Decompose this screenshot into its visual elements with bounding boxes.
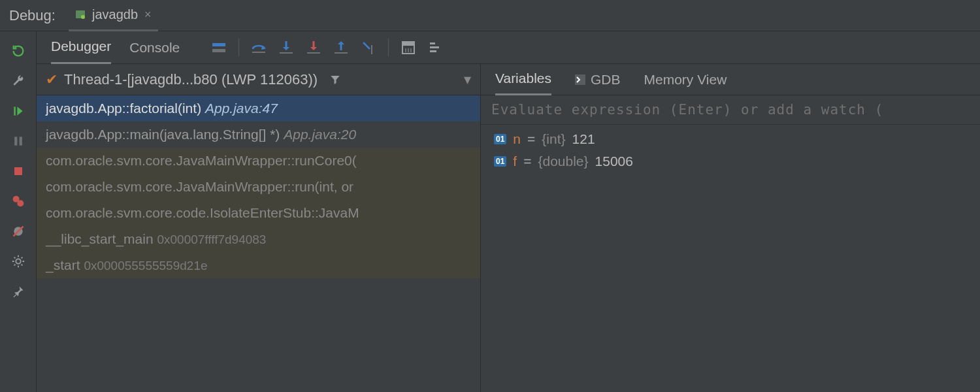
title-bar: Debug: javagdb × (0, 0, 980, 31)
svg-point-7 (17, 200, 24, 206)
step-out-icon[interactable] (333, 40, 349, 56)
breakpoints-icon[interactable] (9, 192, 27, 210)
svg-rect-26 (430, 42, 435, 44)
variable-row[interactable]: 01 f = {double} 15006 (494, 154, 967, 169)
mute-breakpoints-icon[interactable] (9, 222, 27, 240)
tab-name: javagdb (92, 7, 138, 22)
pause-button[interactable] (9, 132, 27, 150)
svg-rect-17 (307, 52, 320, 54)
stack-frame[interactable]: com.oracle.svm.core.JavaMainWrapper::run… (37, 174, 480, 200)
stack-frame[interactable]: javagdb.App::factorial(int) App.java:47 (37, 95, 480, 122)
rerun-button[interactable] (9, 42, 27, 60)
resume-button[interactable] (9, 102, 27, 120)
svg-point-10 (16, 259, 20, 263)
separator (238, 39, 239, 57)
debugger-tab-row: Debugger Console (37, 31, 980, 64)
stack-frame[interactable]: com.oracle.svm.core.JavaMainWrapper::run… (37, 148, 480, 174)
primitive-badge-icon: 01 (494, 156, 506, 167)
stack-frame[interactable]: javagdb.App::main(java.lang.String[] *) … (37, 122, 480, 148)
close-icon[interactable]: × (144, 8, 152, 22)
stack-frame[interactable]: _start 0x000055555559d21e (37, 252, 480, 278)
stack-frame[interactable]: com.oracle.svm.core.code.IsolateEnterStu… (37, 200, 480, 226)
filter-icon[interactable] (329, 74, 341, 86)
run-to-cursor-icon[interactable] (361, 40, 376, 56)
trace-icon[interactable] (428, 40, 444, 56)
svg-rect-13 (252, 52, 265, 53)
terminal-icon (575, 74, 585, 85)
primitive-badge-icon: 01 (494, 134, 506, 144)
thread-selector[interactable]: ✔ Thread-1-[javagdb...b80 (LWP 112063)) … (37, 64, 480, 95)
check-icon: ✔ (46, 71, 57, 88)
stop-button[interactable] (9, 162, 27, 180)
svg-rect-11 (212, 43, 225, 46)
variables-panel: Variables GDB Memory View Evaluate expre… (481, 64, 980, 392)
svg-point-1 (81, 15, 85, 19)
frames-panel: ✔ Thread-1-[javagdb...b80 (LWP 112063)) … (37, 64, 481, 392)
svg-rect-4 (19, 137, 22, 145)
evaluate-expression-input[interactable]: Evaluate expression (Enter) or add a wat… (481, 95, 980, 125)
tab-debugger[interactable]: Debugger (51, 31, 111, 64)
settings-icon[interactable] (9, 252, 27, 270)
debug-session-tab[interactable]: javagdb × (69, 0, 158, 31)
debug-label: Debug: (9, 7, 56, 24)
svg-rect-3 (14, 137, 17, 145)
pin-icon[interactable] (9, 282, 27, 301)
tab-gdb[interactable]: GDB (575, 64, 621, 95)
svg-rect-5 (14, 167, 22, 175)
stack-frame[interactable]: __libc_start_main 0x00007ffff7d94083 (37, 226, 480, 252)
separator (388, 39, 389, 57)
tab-memory-view[interactable]: Memory View (644, 64, 727, 95)
variable-row[interactable]: 01 n = {int} 121 (494, 131, 967, 147)
svg-rect-2 (14, 106, 16, 115)
svg-rect-12 (212, 49, 225, 52)
step-over-icon[interactable] (251, 40, 267, 56)
svg-rect-15 (280, 52, 293, 54)
thread-name: Thread-1-[javagdb...b80 (LWP 112063)) (64, 71, 318, 88)
variables-tab-row: Variables GDB Memory View (481, 64, 980, 95)
step-into-icon[interactable] (278, 40, 294, 56)
chevron-down-icon[interactable]: ▾ (464, 71, 471, 88)
tab-variables[interactable]: Variables (495, 64, 551, 95)
tab-console[interactable]: Console (129, 31, 180, 64)
variable-list: 01 n = {int} 121 01 f = {double} 15006 (481, 125, 980, 176)
layout-icon[interactable] (211, 40, 227, 56)
debug-sidebar (0, 31, 37, 392)
force-step-into-icon[interactable] (306, 40, 321, 56)
stack-frame-list: javagdb.App::factorial(int) App.java:47 … (37, 95, 480, 392)
svg-rect-27 (430, 46, 439, 48)
svg-rect-28 (430, 50, 436, 52)
run-config-icon (75, 9, 86, 20)
svg-rect-22 (402, 42, 414, 46)
svg-rect-19 (335, 52, 348, 54)
wrench-icon[interactable] (9, 72, 27, 90)
evaluate-icon[interactable] (400, 40, 416, 56)
